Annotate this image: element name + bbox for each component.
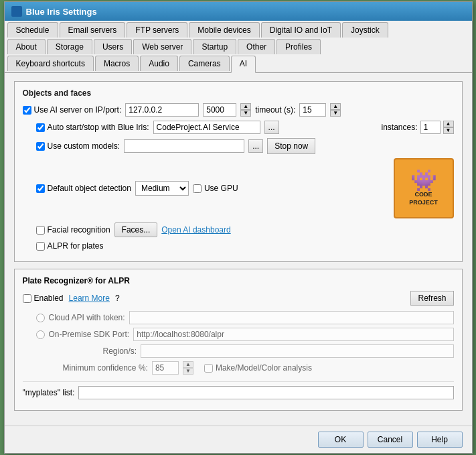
cloud-api-row: Cloud API with token:	[23, 311, 454, 324]
cloud-api-label: Cloud API with token:	[49, 313, 125, 322]
main-window: Blue Iris Settings Schedule Email server…	[4, 1, 473, 454]
default-detection-checkbox[interactable]	[36, 184, 45, 193]
make-model-checkbox[interactable]	[204, 364, 213, 373]
auto-start-checkbox[interactable]	[36, 123, 45, 132]
tab-email-servers[interactable]: Email servers	[60, 22, 126, 38]
on-premise-input[interactable]: http://localhost:8080/alpr	[133, 328, 453, 341]
tab-audio[interactable]: Audio	[140, 56, 178, 71]
region-input[interactable]	[141, 344, 453, 358]
on-premise-label: On-Premise SDK Port:	[49, 330, 130, 339]
use-ai-checkbox-label[interactable]: Use AI server on IP/port:	[23, 105, 122, 115]
port-up-btn[interactable]: ▲	[240, 103, 251, 110]
auto-start-label[interactable]: Auto start/stop with Blue Iris:	[36, 123, 149, 132]
myplates-row: "myplates" list:	[23, 381, 454, 403]
default-detection-label[interactable]: Default object detection	[36, 184, 131, 193]
tab-profiles[interactable]: Profiles	[276, 39, 321, 54]
port-spinner[interactable]: ▲ ▼	[240, 103, 251, 117]
confidence-spinner[interactable]: ▲ ▼	[183, 361, 193, 375]
custom-models-browse-btn[interactable]: ...	[248, 139, 263, 153]
make-model-label[interactable]: Make/Model/Color analysis	[204, 363, 312, 373]
tab-macros[interactable]: Macros	[95, 56, 139, 71]
alpr-plates-row: ALPR for plates	[23, 241, 454, 251]
enabled-label[interactable]: Enabled	[23, 294, 64, 303]
tab-about[interactable]: About	[7, 39, 46, 54]
tab-mobile-devices[interactable]: Mobile devices	[189, 22, 259, 38]
instances-spinner[interactable]: ▲ ▼	[443, 121, 454, 134]
timeout-up-btn[interactable]: ▲	[330, 103, 341, 110]
tabs-area: Schedule Email servers FTP servers Mobil…	[5, 21, 472, 73]
logo-alien-icon: 👾	[410, 170, 437, 191]
auto-start-row: Auto start/stop with Blue Iris: CodeProj…	[23, 121, 454, 134]
enabled-row: Enabled Learn More ? Refresh	[23, 291, 454, 306]
tab-row-2: About Storage Users Web server Startup O…	[7, 39, 469, 56]
tab-web-server[interactable]: Web server	[133, 39, 191, 54]
tab-schedule[interactable]: Schedule	[7, 22, 58, 38]
objects-section: Objects and faces Use AI server on IP/po…	[14, 81, 463, 262]
tab-ai[interactable]: AI	[231, 56, 256, 73]
region-label: Region/s:	[103, 346, 137, 356]
objects-title: Objects and faces	[23, 88, 454, 98]
timeout-down-btn[interactable]: ▼	[330, 110, 341, 117]
alpr-plates-label[interactable]: ALPR for plates	[36, 241, 104, 251]
facial-recognition-row: Facial recognition Faces... Open AI dash…	[23, 222, 454, 237]
footer: OK Cancel Help	[5, 426, 472, 453]
codeproject-logo: 👾 CODEPROJECT	[394, 158, 454, 218]
timeout-input[interactable]: 15	[299, 103, 326, 117]
tab-ftp-servers[interactable]: FTP servers	[127, 22, 187, 38]
use-gpu-label[interactable]: Use GPU	[193, 184, 238, 193]
tab-row-3: Keyboard shortcuts Macros Audio Cameras …	[7, 56, 469, 72]
title-bar: Blue Iris Settings	[5, 2, 472, 21]
tab-other[interactable]: Other	[238, 39, 275, 54]
custom-models-checkbox[interactable]	[36, 142, 45, 151]
custom-models-label[interactable]: Use custom models:	[36, 141, 121, 151]
use-ai-checkbox[interactable]	[23, 106, 31, 115]
tab-cameras[interactable]: Cameras	[179, 56, 230, 71]
refresh-btn[interactable]: Refresh	[410, 291, 453, 306]
on-premise-radio[interactable]	[36, 330, 45, 339]
tab-users[interactable]: Users	[94, 39, 132, 54]
alpr-controls: Cloud API with token: On-Premise SDK Por…	[23, 311, 454, 375]
instances-up-btn[interactable]: ▲	[443, 121, 454, 127]
tab-digital-io[interactable]: Digital IO and IoT	[261, 22, 341, 38]
port-down-btn[interactable]: ▼	[240, 110, 251, 117]
cloud-api-radio[interactable]	[36, 314, 45, 322]
service-browse-btn[interactable]: ...	[264, 121, 279, 134]
alpr-plates-checkbox[interactable]	[36, 242, 45, 251]
ip-input[interactable]: 127.0.0.2	[125, 103, 199, 117]
confidence-down-btn[interactable]: ▼	[183, 368, 193, 375]
custom-models-input[interactable]	[124, 139, 244, 153]
timeout-spinner[interactable]: ▲ ▼	[330, 103, 341, 117]
custom-models-row: Use custom models: ... Stop now	[23, 138, 454, 154]
port-input[interactable]: 5000	[203, 103, 236, 117]
on-premise-row: On-Premise SDK Port: http://localhost:80…	[23, 328, 454, 341]
help-btn[interactable]: Help	[417, 432, 463, 448]
cloud-api-input[interactable]	[129, 311, 454, 324]
instances-down-btn[interactable]: ▼	[443, 127, 454, 134]
facial-recognition-label[interactable]: Facial recognition	[36, 225, 110, 235]
tab-joystick[interactable]: Joystick	[342, 22, 388, 38]
main-content: Objects and faces Use AI server on IP/po…	[5, 73, 472, 426]
enabled-checkbox[interactable]	[23, 294, 31, 303]
alpr-section: Plate Recognizer® for ALPR Enabled Learn…	[14, 269, 463, 411]
ok-btn[interactable]: OK	[318, 432, 364, 448]
detection-dropdown[interactable]: Low Medium High	[135, 181, 189, 196]
app-icon	[11, 6, 22, 17]
confidence-up-btn[interactable]: ▲	[183, 361, 193, 368]
dashboard-link[interactable]: Open AI dashboard	[161, 225, 230, 235]
cancel-btn[interactable]: Cancel	[368, 432, 413, 448]
service-input[interactable]: CodeProject.AI Service	[153, 121, 260, 134]
myplates-input[interactable]	[78, 386, 453, 399]
use-gpu-checkbox[interactable]	[193, 184, 202, 193]
min-confidence-input[interactable]: 85	[152, 361, 179, 375]
timeout-label: timeout (s):	[255, 105, 295, 115]
tab-keyboard-shortcuts[interactable]: Keyboard shortcuts	[7, 56, 94, 71]
learn-more-link[interactable]: Learn More	[69, 294, 110, 303]
instances-input[interactable]: 1	[420, 121, 441, 134]
tab-storage[interactable]: Storage	[47, 39, 92, 54]
faces-btn[interactable]: Faces...	[114, 222, 158, 237]
tab-startup[interactable]: Startup	[193, 39, 236, 54]
detection-row: Default object detection Low Medium High…	[23, 158, 454, 218]
stop-btn[interactable]: Stop now	[267, 138, 315, 154]
facial-recognition-checkbox[interactable]	[36, 226, 45, 235]
tab-row-1: Schedule Email servers FTP servers Mobil…	[7, 22, 469, 39]
